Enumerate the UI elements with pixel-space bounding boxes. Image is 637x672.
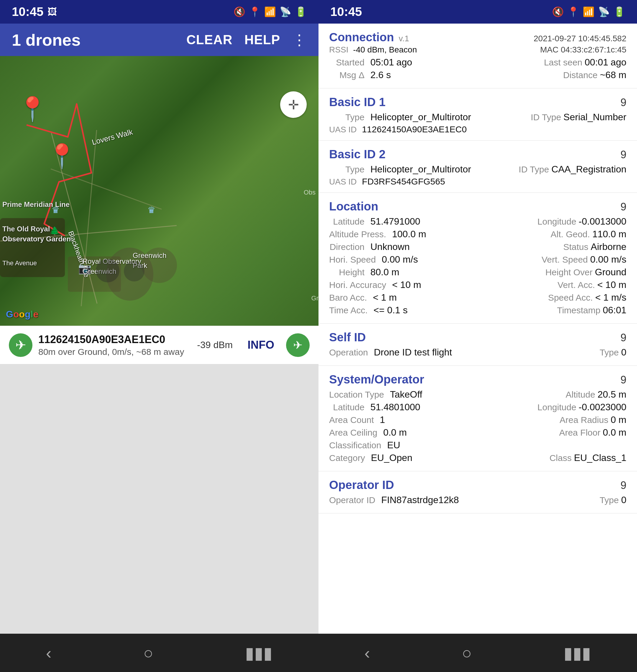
uas-label-1: UAS ID <box>329 125 357 134</box>
hori-speed-value: 0.00 m/s <box>382 254 418 265</box>
status-icons-right: 🔇 📍 📶 📡 🔋 <box>552 6 625 17</box>
operation-label: Operation <box>329 348 368 357</box>
uas-value-1: 112624150A90E3AE1EC0 <box>362 124 467 134</box>
id-type-value-1: Serial_Number <box>564 112 626 123</box>
home-button-left[interactable]: ○ <box>126 637 171 669</box>
map-container[interactable]: 📍 📍 ✛ Lovers Walk Prime Meridian Line ♛ … <box>0 56 318 326</box>
vert-speed-value: 0.00 m/s <box>590 254 626 265</box>
back-button-right[interactable]: ‹ <box>347 637 388 669</box>
sys-lon-label: Longitude <box>537 402 576 412</box>
compass-button[interactable]: ✛ <box>280 91 307 118</box>
connection-title: Connection <box>329 31 394 44</box>
back-button-left[interactable]: ‹ <box>28 637 69 669</box>
classification-label: Classification <box>329 440 381 450</box>
home-pin: 📍 <box>18 97 47 121</box>
location-section: Location 9 Latitude 51.4791000 Longitude… <box>318 193 637 324</box>
drone-stats: 80m over Ground, 0m/s, ~68 m away <box>38 347 191 357</box>
system-operator-num: 9 <box>620 374 626 386</box>
location-title: Location <box>329 200 378 213</box>
sys-altitude-label: Altitude <box>566 390 595 400</box>
type-value-2: Helicopter_or_Multirotor <box>370 164 471 175</box>
time-right: 10:45 <box>330 5 362 19</box>
speed-acc-value: < 1 m/s <box>595 292 626 303</box>
location-icon: 📍 <box>249 6 261 17</box>
drone-id: 112624150A90E3AE1EC0 <box>38 333 191 346</box>
right-panel: 10:45 🔇 📍 📶 📡 🔋 Connection v.1 2021-09-2… <box>318 0 637 672</box>
id-type-label-1: ID Type <box>531 112 561 122</box>
area-count-value: 1 <box>380 414 385 425</box>
loc-type-label: Location Type <box>329 390 384 400</box>
alt-geod-value: 110.0 m <box>592 229 626 240</box>
op-id-value: FIN87astrdge12k8 <box>381 494 459 505</box>
battery-icon: 🔋 <box>295 6 307 17</box>
help-button[interactable]: HELP <box>244 33 280 47</box>
left-panel: 10:45 🖼 🔇 📍 📶 📡 🔋 1 drones CLEAR HELP ⋮ <box>0 0 318 672</box>
speed-acc-label: Speed Acc. <box>548 293 593 303</box>
recent-button-right[interactable]: ▮▮▮ <box>546 637 609 669</box>
wifi-icon-right: 📶 <box>583 6 595 17</box>
area-count-label: Area Count <box>329 415 374 425</box>
timestamp-label: Timestamp <box>557 305 600 315</box>
uas-label-2: UAS ID <box>329 177 357 187</box>
type-label-1: Type <box>329 112 364 122</box>
started-value: 05:01 <box>370 57 394 68</box>
category-value: EU_Open <box>371 452 413 463</box>
id-type-value-2: CAA_Registration <box>551 164 626 175</box>
class-value: EU_Class_1 <box>574 452 626 463</box>
system-operator-section: System/Operator 9 Location Type TakeOff … <box>318 366 637 471</box>
classification-value: EU <box>387 440 400 451</box>
more-menu-button[interactable]: ⋮ <box>292 31 307 48</box>
height-label: Height <box>329 267 364 277</box>
location-num: 9 <box>620 201 626 213</box>
detail-scroll[interactable]: Connection v.1 2021-09-27 10:45:45.582 R… <box>318 23 637 634</box>
connection-timestamp: 2021-09-27 10:45:45.582 <box>534 34 627 43</box>
area-radius-label: Area Radius <box>560 415 608 425</box>
direction-value: Unknown <box>370 241 410 252</box>
mute-icon-right: 🔇 <box>552 6 564 17</box>
baro-acc-value: < 1 m <box>373 292 397 303</box>
tree-icon: 🌲 <box>50 226 60 236</box>
type-label-2: Type <box>329 165 364 174</box>
latitude-label: Latitude <box>329 217 364 227</box>
operator-id-num: 9 <box>620 479 626 492</box>
basic-id-2-num: 9 <box>620 149 626 161</box>
connection-section: Connection v.1 2021-09-27 10:45:45.582 R… <box>318 23 637 89</box>
clear-button[interactable]: CLEAR <box>186 33 233 47</box>
drone-status-icon: ✈ <box>9 333 33 357</box>
direction-label: Direction <box>329 242 364 252</box>
home-button-right[interactable]: ○ <box>444 637 490 669</box>
info-button[interactable]: INFO <box>244 336 277 354</box>
longitude-value: -0.0013000 <box>579 216 626 227</box>
system-operator-title: System/Operator <box>329 373 424 386</box>
basic-id-2-section: Basic ID 2 9 Type Helicopter_or_Multirot… <box>318 141 637 193</box>
uas-value-2: FD3RFS454GFG565 <box>362 176 445 187</box>
self-type-value: 0 <box>621 347 626 358</box>
page-title: 1 drones <box>12 30 186 50</box>
connection-version: v.1 <box>399 34 409 43</box>
area-radius-value: 0 m <box>611 414 626 425</box>
mute-icon: 🔇 <box>234 6 245 17</box>
drone-info-text: 112624150A90E3AE1EC0 80m over Ground, 0m… <box>38 333 191 357</box>
rssi-value: -40 dBm, Beacon <box>353 45 417 55</box>
last-seen-label: Last seen <box>544 57 582 68</box>
hori-acc-value: < 10 m <box>392 279 421 290</box>
map-background: 📍 📍 ✛ Lovers Walk Prime Meridian Line ♛ … <box>0 56 318 326</box>
op-id-label: Operator ID <box>329 495 376 505</box>
time-acc-value: <= 0.1 s <box>374 305 408 316</box>
google-logo: Google <box>6 309 38 320</box>
flight-path <box>0 56 318 326</box>
time-left: 10:45 <box>12 5 43 19</box>
height-over-value: Ground <box>595 267 626 278</box>
loc-type-value: TakeOff <box>390 389 422 400</box>
vert-acc-value: < 10 m <box>597 279 626 290</box>
sys-lat-value: 51.4801000 <box>370 402 420 413</box>
header-actions: CLEAR HELP ⋮ <box>186 31 307 48</box>
basic-id-1-num: 9 <box>620 96 626 109</box>
msg-value: 2.6 s <box>370 70 391 80</box>
greenwich-partial: Gr <box>311 295 318 302</box>
baro-acc-label: Baro Acc. <box>329 293 367 303</box>
vert-speed-label: Vert. Speed <box>542 255 588 265</box>
obs-text-right: Obs <box>304 189 315 196</box>
image-icon: 🖼 <box>48 6 57 17</box>
recent-button-left[interactable]: ▮▮▮ <box>228 637 290 669</box>
